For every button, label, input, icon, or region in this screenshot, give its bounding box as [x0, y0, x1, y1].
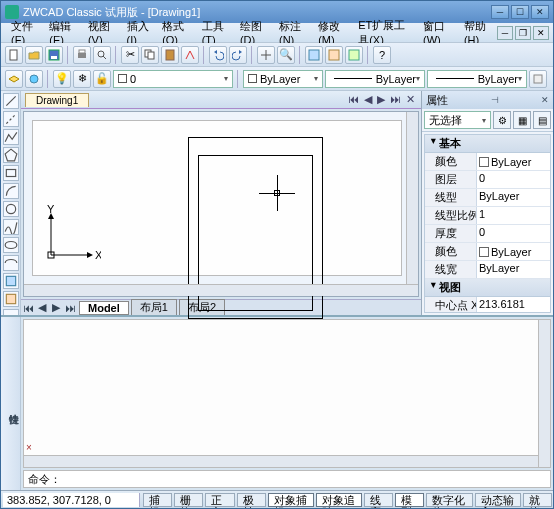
- command-side-label[interactable]: 快捷特性: [1, 317, 21, 490]
- layout-next-icon[interactable]: ▶: [49, 301, 63, 314]
- layer-state-icon[interactable]: [25, 70, 43, 88]
- prop-value[interactable]: 1: [477, 207, 550, 224]
- prop-value[interactable]: 213.6181: [477, 297, 550, 313]
- status-toggle-7[interactable]: 模型: [395, 493, 424, 507]
- close-button[interactable]: ✕: [531, 5, 549, 19]
- layer-freeze-icon[interactable]: ❄: [73, 70, 91, 88]
- redo-icon[interactable]: [229, 46, 247, 64]
- layer-props-icon[interactable]: [5, 70, 23, 88]
- layout-tab-1[interactable]: 布局1: [131, 299, 177, 316]
- canvas-vscroll[interactable]: [406, 112, 418, 284]
- maximize-button[interactable]: ☐: [511, 5, 529, 19]
- layout-tab-model[interactable]: Model: [79, 301, 129, 315]
- drawing-canvas[interactable]: X Y: [32, 120, 402, 276]
- status-toggle-10[interactable]: 就绪: [523, 493, 552, 507]
- mdi-restore-button[interactable]: ❐: [515, 26, 531, 40]
- status-toggle-8[interactable]: 数字化仪: [426, 493, 472, 507]
- tab-next-icon[interactable]: ▶: [375, 93, 387, 106]
- ellipse-icon[interactable]: [3, 237, 19, 253]
- canvas-hscroll[interactable]: [24, 284, 418, 296]
- prop-row[interactable]: 颜色ByLayer: [425, 153, 550, 171]
- status-toggle-1[interactable]: 栅格: [174, 493, 203, 507]
- coordinates-readout[interactable]: 383.852, 307.7128, 0: [3, 493, 140, 507]
- prop-row[interactable]: 厚度0: [425, 225, 550, 243]
- layout-last-icon[interactable]: ⏭: [63, 302, 77, 314]
- spline-icon[interactable]: [3, 219, 19, 235]
- layer-combo[interactable]: 0 ▾: [113, 70, 233, 88]
- new-icon[interactable]: [5, 46, 23, 64]
- cmd-hscroll[interactable]: [24, 455, 538, 467]
- ray-icon[interactable]: [3, 111, 19, 127]
- prop-value[interactable]: ByLayer: [477, 189, 550, 206]
- properties-grid[interactable]: 基本颜色ByLayer图层0线型ByLayer线型比例1厚度0颜色ByLayer…: [424, 134, 551, 313]
- rectangle-icon[interactable]: [3, 165, 19, 181]
- layer-lock-icon[interactable]: 🔓: [93, 70, 111, 88]
- mdi-minimize-button[interactable]: ─: [497, 26, 513, 40]
- pan-icon[interactable]: [257, 46, 275, 64]
- lineweight-combo[interactable]: ByLayer ▾: [427, 70, 527, 88]
- toggle-pim-icon[interactable]: ▤: [533, 111, 551, 129]
- status-toggle-9[interactable]: 动态输入: [475, 493, 521, 507]
- bylayer-icon[interactable]: [529, 70, 547, 88]
- panel-close-icon[interactable]: ✕: [541, 95, 549, 105]
- status-toggle-5[interactable]: 对象追踪: [316, 493, 362, 507]
- prop-value[interactable]: 0: [477, 225, 550, 242]
- color-combo[interactable]: ByLayer ▾: [243, 70, 323, 88]
- line-icon[interactable]: [3, 93, 19, 109]
- design-center-icon[interactable]: [325, 46, 343, 64]
- match-icon[interactable]: [181, 46, 199, 64]
- insert-block-icon[interactable]: [3, 273, 19, 289]
- make-block-icon[interactable]: [3, 291, 19, 307]
- print-icon[interactable]: [73, 46, 91, 64]
- prop-row[interactable]: 颜色ByLayer: [425, 243, 550, 261]
- status-toggle-6[interactable]: 线宽: [364, 493, 393, 507]
- prop-row[interactable]: 中心点 X213.6181: [425, 297, 550, 313]
- zoom-icon[interactable]: 🔍: [277, 46, 295, 64]
- polygon-icon[interactable]: [3, 147, 19, 163]
- props-icon[interactable]: [305, 46, 323, 64]
- command-history[interactable]: ×: [23, 319, 551, 468]
- cut-icon[interactable]: ✂: [121, 46, 139, 64]
- preview-icon[interactable]: [93, 46, 111, 64]
- prop-value[interactable]: ByLayer: [477, 153, 550, 170]
- prop-value[interactable]: ByLayer: [477, 243, 550, 260]
- status-toggle-4[interactable]: 对象捕捉: [268, 493, 314, 507]
- prop-group-head[interactable]: 基本: [425, 135, 550, 153]
- ellipse-arc-icon[interactable]: [3, 255, 19, 271]
- doc-tab-drawing1[interactable]: Drawing1: [25, 93, 89, 107]
- tab-prev-icon[interactable]: ◀: [362, 93, 374, 106]
- status-toggle-0[interactable]: 捕捉: [143, 493, 172, 507]
- undo-icon[interactable]: [209, 46, 227, 64]
- quick-select-icon[interactable]: ⚙: [493, 111, 511, 129]
- prop-row[interactable]: 线型ByLayer: [425, 189, 550, 207]
- prop-row[interactable]: 图层0: [425, 171, 550, 189]
- layer-light-icon[interactable]: 💡: [53, 70, 71, 88]
- selection-combo[interactable]: 无选择 ▾: [424, 111, 491, 129]
- tab-last-icon[interactable]: ⏭: [388, 93, 403, 106]
- panel-pin-icon[interactable]: ⊣: [491, 95, 499, 105]
- tab-first-icon[interactable]: ⏮: [346, 93, 361, 106]
- open-icon[interactable]: [25, 46, 43, 64]
- layout-prev-icon[interactable]: ◀: [35, 301, 49, 314]
- linetype-combo[interactable]: ByLayer ▾: [325, 70, 425, 88]
- select-objects-icon[interactable]: ▦: [513, 111, 531, 129]
- layout-first-icon[interactable]: ⏮: [21, 302, 35, 314]
- prop-row[interactable]: 线宽ByLayer: [425, 261, 550, 279]
- status-toggle-3[interactable]: 极轴: [237, 493, 266, 507]
- command-line[interactable]: 命令：: [23, 470, 551, 488]
- arc-icon[interactable]: [3, 183, 19, 199]
- cmd-vscroll[interactable]: [538, 320, 550, 467]
- prop-value[interactable]: 0: [477, 171, 550, 188]
- paste-icon[interactable]: [161, 46, 179, 64]
- status-toggle-2[interactable]: 正交: [205, 493, 234, 507]
- tab-close-icon[interactable]: ✕: [404, 93, 417, 106]
- copy-icon[interactable]: [141, 46, 159, 64]
- prop-value[interactable]: ByLayer: [477, 261, 550, 278]
- help-icon[interactable]: ?: [373, 46, 391, 64]
- prop-group-head[interactable]: 视图: [425, 279, 550, 297]
- circle-icon[interactable]: [3, 201, 19, 217]
- prop-row[interactable]: 线型比例1: [425, 207, 550, 225]
- save-icon[interactable]: [45, 46, 63, 64]
- polyline-icon[interactable]: [3, 129, 19, 145]
- mdi-close-button[interactable]: ✕: [533, 26, 549, 40]
